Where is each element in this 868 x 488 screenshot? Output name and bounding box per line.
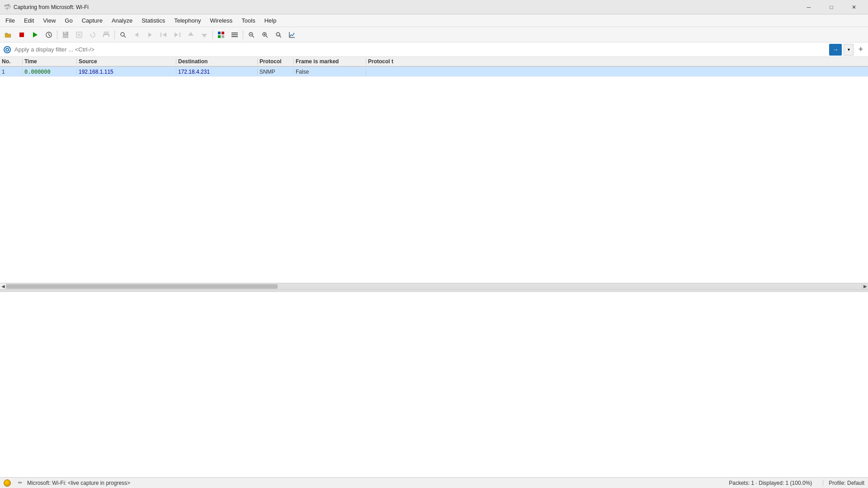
scroll-right-button[interactable]: ▶ xyxy=(862,283,868,290)
toolbar-sep-2 xyxy=(114,30,115,39)
window-title: Capturing from Microsoft: Wi-Fi xyxy=(14,4,798,10)
graph-button[interactable] xyxy=(286,29,298,41)
autoscroll-button[interactable] xyxy=(42,29,55,41)
scroll-left-button[interactable]: ◀ xyxy=(0,283,6,290)
filter-apply-button[interactable]: → xyxy=(829,44,842,56)
col-header-dest[interactable]: Destination xyxy=(176,58,258,65)
svg-rect-7 xyxy=(64,32,66,34)
colorize-button[interactable] xyxy=(215,29,227,41)
menu-telephony[interactable]: Telephony xyxy=(170,15,205,26)
menu-analyze[interactable]: Analyze xyxy=(107,15,137,26)
menu-view[interactable]: View xyxy=(38,15,60,26)
print-button[interactable] xyxy=(100,29,113,41)
packet-rows: 1 0.000000 192.168.1.115 172.18.4.231 SN… xyxy=(0,67,868,283)
menu-go[interactable]: Go xyxy=(60,15,77,26)
last-button[interactable] xyxy=(171,29,184,41)
svg-marker-25 xyxy=(202,34,207,38)
edit-icon: ✏ xyxy=(16,479,24,487)
next-icon xyxy=(146,31,154,38)
filter-add-button[interactable]: + xyxy=(855,44,866,55)
svg-rect-26 xyxy=(218,32,221,34)
restart-icon xyxy=(32,31,39,38)
prev-icon xyxy=(133,31,140,38)
svg-marker-4 xyxy=(33,32,38,38)
svg-marker-18 xyxy=(135,33,138,37)
svg-rect-27 xyxy=(222,32,224,34)
menu-capture[interactable]: Capture xyxy=(77,15,107,26)
toolbar: 1:1 xyxy=(0,27,868,42)
last-icon xyxy=(174,31,181,38)
open-icon xyxy=(5,31,12,38)
prev-button[interactable] xyxy=(130,29,143,41)
app-icon: 🦈 xyxy=(4,4,11,11)
prev-marked-icon xyxy=(187,31,194,38)
col-header-time[interactable]: Time xyxy=(23,58,77,65)
status-bar: ✏ Microsoft: Wi-Fi: <live capture in pro… xyxy=(0,477,868,488)
restart-button[interactable] xyxy=(29,29,42,41)
svg-rect-2 xyxy=(5,33,7,34)
menu-file[interactable]: File xyxy=(1,15,19,26)
title-bar: 🦈 Capturing from Microsoft: Wi-Fi ─ □ ✕ xyxy=(0,0,868,14)
capture-status-indicator xyxy=(4,479,11,487)
toolbar-sep-3 xyxy=(212,30,213,39)
svg-line-39 xyxy=(266,36,268,38)
menu-bar: File Edit View Go Capture Analyze Statis… xyxy=(0,14,868,27)
zoom-reset-button[interactable]: 1:1 xyxy=(272,29,285,41)
menu-tools[interactable]: Tools xyxy=(237,15,259,26)
next-button[interactable] xyxy=(144,29,156,41)
minimize-button[interactable]: ─ xyxy=(798,0,819,14)
find-button[interactable] xyxy=(117,29,129,41)
colorize-icon xyxy=(217,31,225,38)
stop-button[interactable] xyxy=(15,29,28,41)
filter-icon xyxy=(2,44,13,55)
menu-statistics[interactable]: Statistics xyxy=(137,15,170,26)
svg-rect-30 xyxy=(231,33,238,33)
row-protocol: SNMP xyxy=(258,69,294,75)
close-file-button[interactable] xyxy=(73,29,85,41)
save-button[interactable] xyxy=(59,29,72,41)
svg-rect-13 xyxy=(104,32,108,34)
menu-help[interactable]: Help xyxy=(260,15,281,26)
find-icon xyxy=(119,31,127,38)
next-marked-icon xyxy=(201,31,208,38)
reload-button[interactable] xyxy=(86,29,99,41)
svg-point-45 xyxy=(4,47,10,53)
packet-table: No. Time Source Destination Protocol Fra… xyxy=(0,57,868,289)
row-marked: False xyxy=(294,69,366,75)
detail-panel xyxy=(0,292,868,477)
col-header-marked[interactable]: Frame is marked xyxy=(294,58,366,65)
packets-count: Packets: 1 · Displayed: 1 (100.0%) xyxy=(729,480,812,486)
first-button[interactable] xyxy=(157,29,170,41)
row-dest: 172.18.4.231 xyxy=(176,69,258,75)
toolbar-sep-1 xyxy=(57,30,57,39)
prev-marked-button[interactable] xyxy=(184,29,197,41)
svg-rect-31 xyxy=(231,34,238,35)
svg-line-35 xyxy=(252,36,254,38)
svg-marker-21 xyxy=(163,33,166,37)
filter-input[interactable] xyxy=(14,46,827,53)
svg-point-16 xyxy=(121,33,124,36)
next-marked-button[interactable] xyxy=(198,29,211,41)
col-header-info[interactable]: Protocol t xyxy=(366,58,868,65)
zoom-in-button[interactable] xyxy=(259,29,271,41)
col-header-protocol[interactable]: Protocol xyxy=(258,58,294,65)
row-no: 1 xyxy=(0,69,23,75)
filter-dropdown-button[interactable]: ▾ xyxy=(844,44,854,56)
horizontal-scrollbar[interactable]: ◀ ▶ xyxy=(0,283,868,289)
close-button[interactable]: ✕ xyxy=(844,0,864,14)
scroll-track[interactable] xyxy=(6,283,868,290)
scroll-thumb[interactable] xyxy=(6,284,278,289)
list-view-button[interactable] xyxy=(228,29,241,41)
table-row[interactable]: 1 0.000000 192.168.1.115 172.18.4.231 SN… xyxy=(0,67,868,77)
window-controls: ─ □ ✕ xyxy=(798,0,864,14)
col-header-no[interactable]: No. xyxy=(0,58,23,65)
maximize-button[interactable]: □ xyxy=(821,0,842,14)
col-header-source[interactable]: Source xyxy=(77,58,176,65)
menu-edit[interactable]: Edit xyxy=(19,15,38,26)
menu-wireless[interactable]: Wireless xyxy=(205,15,237,26)
toolbar-sep-4 xyxy=(243,30,243,39)
open-button[interactable] xyxy=(2,29,14,41)
autoscroll-icon xyxy=(45,31,52,38)
svg-marker-23 xyxy=(175,33,178,37)
zoom-out-button[interactable] xyxy=(245,29,258,41)
